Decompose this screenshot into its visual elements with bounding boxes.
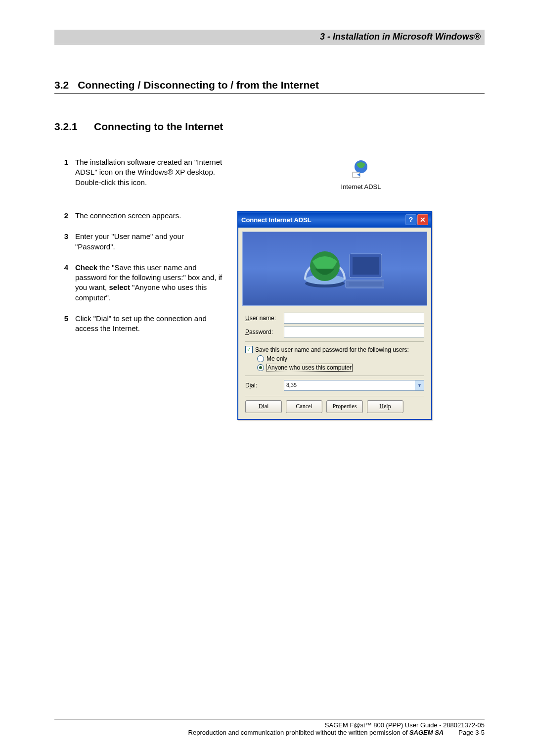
properties-button[interactable]: Properties — [326, 400, 363, 413]
step-number: 1 — [54, 157, 75, 188]
dial-combo[interactable]: 8,35 ▼ — [284, 380, 424, 391]
dial-label: Dial: — [245, 382, 284, 389]
radio-me-only[interactable] — [257, 355, 264, 362]
internet-adsl-icon — [351, 158, 371, 179]
divider — [245, 376, 424, 376]
dialog-banner — [242, 232, 427, 306]
dialog-titlebar: Connect Internet ADSL ? ✕ — [238, 212, 431, 228]
section-heading: 3.2Connecting / Disconnecting to / from … — [54, 79, 485, 94]
chevron-down-icon[interactable]: ▼ — [415, 380, 424, 390]
svg-rect-8 — [346, 280, 384, 288]
step-text: The installation software created an "In… — [75, 157, 222, 188]
connect-dialog: Connect Internet ADSL ? ✕ — [237, 211, 432, 420]
step-text: Enter your "User name" and your "Passwor… — [75, 232, 222, 252]
radio-anyone-label: Anyone who uses this computer — [267, 364, 353, 372]
page-header-text: 3 - Installation in Microsoft Windows® — [320, 32, 481, 42]
step-list-b: 2 The connection screen appears. 3 Enter… — [54, 211, 222, 333]
desktop-shortcut-icon: Internet ADSL — [237, 157, 485, 206]
desktop-icon-label: Internet ADSL — [341, 183, 381, 190]
step-text: Check the "Save this user name and passw… — [75, 263, 222, 303]
footer-page: Page 3-5 — [458, 729, 485, 736]
section-title-text: Connecting / Disconnecting to / from the… — [78, 79, 319, 91]
subsection-title-text: Connecting to the Internet — [94, 121, 223, 132]
username-label: User name: — [245, 315, 284, 322]
step-item: 1 The installation software created an "… — [54, 157, 222, 188]
password-input[interactable] — [284, 327, 424, 337]
save-checkbox[interactable]: ✓ — [245, 346, 253, 353]
step-item: 2 The connection screen appears. — [54, 211, 222, 221]
step-number: 4 — [54, 263, 75, 303]
radio-me-only-label: Me only — [267, 355, 287, 362]
svg-rect-7 — [353, 257, 379, 275]
footer-brand: SAGEM SA — [409, 729, 444, 736]
footer-line2: Reproduction and communication prohibite… — [188, 729, 444, 736]
section-number: 3.2 — [54, 79, 69, 91]
radio-anyone[interactable] — [257, 364, 264, 371]
save-checkbox-label: Save this user name and password for the… — [255, 346, 409, 353]
divider — [245, 341, 424, 342]
page-header: 3 - Installation in Microsoft Windows® — [54, 30, 485, 45]
step-number: 5 — [54, 314, 75, 334]
close-icon[interactable]: ✕ — [417, 214, 428, 225]
password-label: Password: — [245, 329, 284, 335]
step-item: 3 Enter your "User name" and your "Passw… — [54, 232, 222, 252]
help-button[interactable]: Help — [367, 400, 403, 413]
help-icon[interactable]: ? — [405, 214, 416, 225]
save-credentials-row[interactable]: ✓ Save this user name and password for t… — [245, 346, 424, 353]
dial-button[interactable]: Dial — [245, 400, 282, 413]
password-row: Password: — [245, 327, 424, 337]
step-list-a: 1 The installation software created an "… — [54, 157, 222, 188]
divider — [245, 396, 424, 396]
dialog-title: Connect Internet ADSL — [241, 216, 405, 224]
radio-me-only-row[interactable]: Me only — [257, 355, 424, 362]
subsection-number: 3.2.1 — [54, 121, 94, 133]
step-number: 2 — [54, 211, 75, 221]
step-item: 5 Click "Dial" to set up the connection … — [54, 314, 222, 334]
subsection-heading: 3.2.1Connecting to the Internet — [54, 121, 485, 133]
footer-line1: SAGEM F@st™ 800 (PPP) User Guide - 28802… — [54, 721, 485, 729]
step-text: Click "Dial" to set up the connection an… — [75, 314, 222, 334]
step-text: The connection screen appears. — [75, 211, 181, 221]
username-row: User name: — [245, 313, 424, 324]
radio-anyone-row[interactable]: Anyone who uses this computer — [257, 364, 424, 372]
username-input[interactable] — [284, 313, 424, 324]
page-footer: SAGEM F@st™ 800 (PPP) User Guide - 28802… — [54, 719, 485, 736]
step-number: 3 — [54, 232, 75, 252]
dial-value: 8,35 — [284, 380, 415, 390]
cancel-button[interactable]: Cancel — [286, 400, 322, 413]
step-item: 4 Check the "Save this user name and pas… — [54, 263, 222, 303]
